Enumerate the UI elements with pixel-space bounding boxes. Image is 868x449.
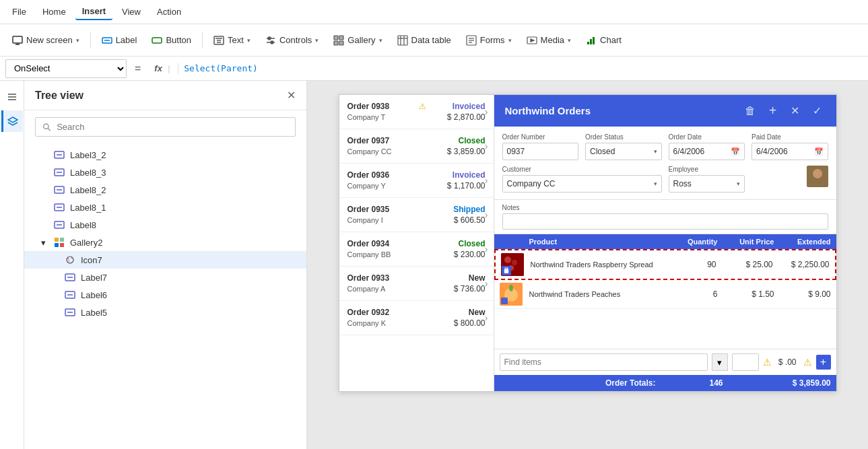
text-button[interactable]: Text ▾ xyxy=(207,32,257,49)
order-status-select[interactable]: Closed ▾ xyxy=(585,143,662,160)
paid-date-input[interactable]: 6/4/2006 📅 xyxy=(752,143,828,160)
svg-rect-0 xyxy=(13,36,22,43)
product-row-2[interactable]: Northwind Traders Peaches 6 $ 1.50 $ 9.0… xyxy=(494,280,836,309)
chart-button[interactable]: Chart xyxy=(579,32,628,49)
order-status-field: Order Status Closed ▾ xyxy=(585,133,662,160)
order-item-0932[interactable]: Order 0932 New Company K $ 800.00 › xyxy=(339,301,494,335)
order-item-0936[interactable]: Order 0936 Invoiced Company Y $ 1,170.00… xyxy=(339,164,494,198)
tree-item-Label3_2[interactable]: Label3_2 xyxy=(24,146,306,164)
paid-date-label: Paid Date xyxy=(752,133,828,141)
employee-select[interactable]: Ross ▾ xyxy=(669,175,745,193)
text-icon xyxy=(213,35,224,46)
menu-file[interactable]: File xyxy=(5,4,33,20)
new-screen-button[interactable]: New screen ▾ xyxy=(5,32,86,49)
svg-rect-50 xyxy=(60,243,64,247)
svg-point-11 xyxy=(268,37,271,40)
delete-overlay-icon xyxy=(502,266,511,275)
search-input[interactable] xyxy=(57,122,288,132)
sidebar-close-button[interactable]: ✕ xyxy=(287,89,296,102)
order-number-input[interactable]: 0937 xyxy=(502,143,579,160)
sidebar-title: Tree view xyxy=(35,90,84,102)
delete-button[interactable]: 🗑 xyxy=(741,102,760,120)
tree-item-Label5[interactable]: Label5 xyxy=(24,304,306,321)
svg-rect-67 xyxy=(504,269,508,273)
tree-item-Label8[interactable]: Label8 xyxy=(24,216,306,234)
menu-home[interactable]: Home xyxy=(36,4,73,20)
label-tree-icon xyxy=(65,307,75,318)
gallery-button[interactable]: Gallery ▾ xyxy=(327,32,389,49)
detail-actions: 🗑 + ✕ ✓ xyxy=(741,102,826,120)
menu-view[interactable]: View xyxy=(115,4,147,20)
svg-rect-48 xyxy=(60,238,64,242)
svg-point-35 xyxy=(44,124,48,129)
tree-item-Gallery2[interactable]: ▾ Gallery2 xyxy=(24,234,306,251)
svg-rect-15 xyxy=(339,36,343,40)
order-number: Order 0938 xyxy=(347,102,390,111)
order-number: Order 0935 xyxy=(347,205,390,214)
calendar-icon: 📅 xyxy=(814,147,824,156)
product-name-1: Northwind Traders Raspberry Spread xyxy=(531,261,660,269)
customer-dropdown-icon: ▾ xyxy=(654,180,657,187)
controls-button[interactable]: Controls ▾ xyxy=(259,32,325,49)
order-status: Closed xyxy=(458,136,485,145)
confirm-button[interactable]: ✓ xyxy=(809,102,826,120)
forms-icon xyxy=(466,35,477,46)
order-status: New xyxy=(469,273,486,283)
order-item-0935[interactable]: Order 0935 Shipped Company I $ 606.50 › xyxy=(339,198,494,232)
order-item-0938[interactable]: Order 0938 ⚠ Invoiced Company T $ 2,870.… xyxy=(339,95,494,129)
icon7-tree-icon: + xyxy=(65,254,75,265)
quantity-input[interactable] xyxy=(732,353,759,371)
svg-rect-16 xyxy=(334,41,338,45)
search-box xyxy=(35,117,296,137)
order-amount: $ 230.00 xyxy=(454,250,486,259)
toolbar: New screen ▾ Label Button Text ▾ xyxy=(0,24,868,57)
tree-item-Label8_1[interactable]: Label8_1 xyxy=(24,199,306,216)
button-toolbar-button[interactable]: Button xyxy=(145,32,198,49)
expand-icon[interactable]: ▾ xyxy=(38,237,48,248)
controls-icon xyxy=(265,35,276,46)
order-amount: $ 736.00 xyxy=(454,284,486,293)
svg-rect-17 xyxy=(339,41,343,45)
label-tree-icon xyxy=(54,219,65,230)
tree-item-Label8_3[interactable]: Label8_3 xyxy=(24,164,306,181)
employee-photo-field xyxy=(752,166,828,193)
add-button[interactable]: + xyxy=(765,102,781,120)
customer-select[interactable]: Company CC ▾ xyxy=(502,175,662,193)
quantity-col-header: Quantity xyxy=(664,238,718,246)
tree-item-Icon7[interactable]: + Icon7 xyxy=(24,251,306,269)
product-row-1[interactable]: Northwind Traders Raspberry Spread 90 $ … xyxy=(494,249,836,280)
find-items-input[interactable] xyxy=(500,353,708,371)
order-item-0937[interactable]: Order 0937 Closed Company CC $ 3,859.00 … xyxy=(339,129,494,164)
formula-bar: OnSelect = fx | Select(Parent) xyxy=(0,57,868,81)
find-items-dropdown[interactable]: ▾ xyxy=(712,353,728,371)
media-button[interactable]: Media ▾ xyxy=(520,32,578,49)
menu-bar: File Home Insert View Action xyxy=(0,0,868,24)
tree-label: Label8_3 xyxy=(70,168,106,178)
forms-button[interactable]: Forms ▾ xyxy=(459,32,519,49)
chevron-right-icon: › xyxy=(485,278,488,289)
warning-icon-right: ⚠ xyxy=(803,357,812,368)
svg-rect-18 xyxy=(398,36,407,45)
formula-text: Select(Parent) xyxy=(184,63,258,73)
order-item-0933[interactable]: Order 0933 New Company A $ 736.00 › xyxy=(339,267,494,301)
order-item-0934[interactable]: Order 0934 Closed Company BB $ 230.00 › xyxy=(339,232,494,267)
data-table-button[interactable]: Data table xyxy=(391,32,458,49)
hamburger-icon[interactable] xyxy=(1,86,23,108)
menu-action[interactable]: Action xyxy=(150,4,188,20)
media-chevron: ▾ xyxy=(568,37,571,44)
tree-item-Label6[interactable]: Label6 xyxy=(24,286,306,304)
employee-field: Employee Ross ▾ xyxy=(669,166,745,193)
close-button[interactable]: ✕ xyxy=(787,102,803,120)
property-selector[interactable]: OnSelect xyxy=(5,59,127,78)
tree-item-Label8_2[interactable]: Label8_2 xyxy=(24,181,306,199)
order-date-input[interactable]: 6/4/2006 📅 xyxy=(669,143,745,160)
layers-icon[interactable] xyxy=(1,110,23,132)
menu-insert[interactable]: Insert xyxy=(75,3,112,20)
product-qty-1: 90 xyxy=(663,260,716,269)
order-totals-qty: 146 xyxy=(669,378,723,388)
order-amount: $ 606.50 xyxy=(454,215,486,225)
tree-item-Label7[interactable]: Label7 xyxy=(24,269,306,286)
notes-input[interactable] xyxy=(502,213,828,230)
add-product-button[interactable]: + xyxy=(816,355,831,370)
label-button[interactable]: Label xyxy=(95,32,144,49)
